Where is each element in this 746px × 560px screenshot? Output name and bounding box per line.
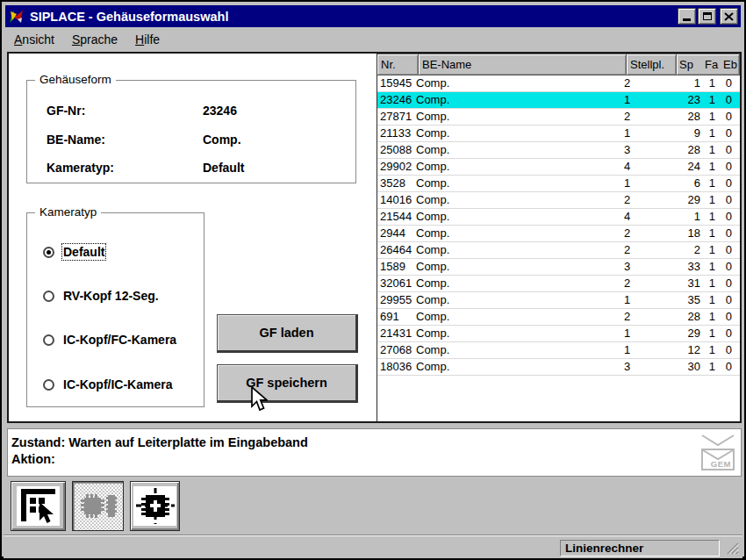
cell-stellpl: 1	[624, 176, 674, 191]
resize-grip[interactable]	[725, 541, 739, 555]
table-row[interactable]: 18036 Comp. 3 30 1 0	[377, 359, 740, 376]
gf-nr-label: GF-Nr:	[47, 104, 203, 118]
cell-stellpl: 1	[624, 92, 674, 108]
cell-fa: 1	[700, 259, 715, 275]
close-button[interactable]	[720, 8, 738, 25]
table-row[interactable]: 21544 Comp. 4 1 1 0	[377, 209, 740, 226]
radio-ic-kopf-ic[interactable]: IC-Kopf/IC-Kamera	[43, 377, 172, 391]
table-row[interactable]: 27871 Comp. 2 28 1 0	[377, 109, 740, 126]
table-row[interactable]: 32061 Comp. 2 31 1 0	[377, 276, 740, 292]
app-icon[interactable]	[8, 9, 25, 25]
cell-stellpl: 2	[624, 226, 674, 241]
cell-nr: 15945	[377, 75, 416, 91]
be-name-row: BE-Name: Comp.	[47, 133, 347, 147]
table-row[interactable]: 14016 Comp. 2 29 1 0	[377, 192, 740, 209]
cell-stellpl: 2	[624, 309, 674, 325]
minimize-button[interactable]	[678, 8, 696, 25]
cell-nr: 21544	[377, 209, 416, 225]
cell-stellpl: 1	[624, 326, 674, 341]
cell-be-name: Comp.	[416, 159, 624, 175]
cell-be-name: Comp.	[416, 326, 624, 341]
chip-pair-icon	[78, 489, 118, 524]
select-tool-button[interactable]	[11, 481, 66, 531]
cell-eb: 0	[715, 176, 732, 191]
cell-be-name: Comp.	[416, 359, 624, 375]
radio-ic-kopf-fc[interactable]: IC-Kopf/FC-Kamera	[43, 333, 176, 347]
cell-fa: 1	[700, 276, 715, 291]
be-name-label: BE-Name:	[47, 133, 203, 147]
table-row[interactable]: 21133 Comp. 1 9 1 0	[377, 126, 740, 142]
table-row[interactable]: 1589 Comp. 3 33 1 0	[377, 259, 740, 276]
gem-label: GEM	[711, 459, 731, 469]
column-header-stellpl[interactable]: Stellpl.	[627, 54, 677, 75]
table-row[interactable]: 21431 Comp. 1 29 1 0	[377, 326, 740, 342]
cell-nr: 25088	[377, 142, 416, 158]
cell-fa: 1	[700, 92, 715, 108]
close-icon	[724, 12, 734, 21]
cell-stellpl: 2	[624, 276, 674, 291]
cell-be-name: Comp.	[416, 192, 624, 208]
column-header-sp-fa-eb[interactable]: Sp Fa Eb	[677, 54, 740, 75]
main-panel: Gehäuseform GF-Nr: 23246 BE-Name: Comp. …	[7, 52, 742, 423]
cell-be-name: Comp.	[416, 259, 624, 275]
table-row[interactable]: 25088 Comp. 3 28 1 0	[377, 142, 740, 159]
gf-speichern-button[interactable]: GF speichern	[217, 364, 358, 403]
kameratyp-legend: Kameratyp	[35, 205, 101, 219]
cell-stellpl: 3	[624, 259, 674, 275]
cell-be-name: Comp.	[416, 109, 624, 125]
gehaeuseform-legend: Gehäuseform	[35, 73, 116, 86]
column-header-nr[interactable]: Nr.	[377, 54, 419, 75]
cell-stellpl: 1	[624, 292, 674, 308]
cell-sp: 31	[674, 276, 700, 291]
kameratyp-group: Kameratyp Default RV-Kopf 12-Seg. IC-Kop…	[26, 212, 204, 407]
siplace-window: SIPLACE - Gehäuseformauswahl Ansicht Spr…	[0, 0, 746, 560]
placement-tool-button[interactable]	[130, 481, 180, 531]
menu-sprache[interactable]: Sprache	[63, 30, 126, 49]
table-row[interactable]: 27068 Comp. 1 12 1 0	[377, 342, 740, 359]
table-row[interactable]: 2944 Comp. 2 18 1 0	[377, 226, 740, 242]
be-name-value: Comp.	[203, 133, 241, 147]
cell-eb: 0	[715, 326, 732, 341]
cell-stellpl: 3	[624, 359, 674, 375]
table-row[interactable]: 15945 Comp. 2 1 1 0	[377, 75, 740, 92]
cell-nr: 29955	[377, 292, 416, 308]
cell-sp: 12	[674, 342, 700, 358]
column-header-fa: Fa	[705, 58, 723, 75]
table-row[interactable]: 3528 Comp. 1 6 1 0	[377, 176, 740, 192]
radio-default[interactable]: Default	[43, 245, 104, 259]
window-title: SIPLACE - Gehäuseformauswahl	[30, 10, 676, 24]
table-body: 15945 Comp. 2 1 1 0 23246 Comp. 1 23 1 0…	[377, 75, 740, 376]
cell-nr: 27871	[377, 109, 416, 125]
table-row[interactable]: 691 Comp. 2 28 1 0	[377, 309, 740, 326]
cell-fa: 1	[700, 142, 715, 158]
maximize-button[interactable]	[698, 8, 716, 25]
cell-eb: 0	[715, 92, 732, 108]
column-header-be-name[interactable]: BE-Name	[419, 54, 627, 75]
table-row[interactable]: 26464 Comp. 2 2 1 0	[377, 242, 740, 259]
table-row[interactable]: 23246 Comp. 1 23 1 0	[377, 92, 740, 109]
title-bar: SIPLACE - Gehäuseformauswahl	[5, 5, 741, 27]
menu-hilfe[interactable]: Hilfe	[126, 30, 169, 49]
cell-sp: 23	[674, 92, 700, 108]
menu-ansicht[interactable]: Ansicht	[5, 30, 63, 49]
radio-rv-kopf[interactable]: RV-Kopf 12-Seg.	[43, 289, 159, 303]
cell-be-name: Comp.	[416, 342, 624, 358]
cell-be-name: Comp.	[416, 226, 624, 241]
cell-sp: 29	[674, 192, 700, 208]
table-row[interactable]: 29955 Comp. 1 35 1 0	[377, 292, 740, 309]
table-row[interactable]: 29902 Comp. 4 24 1 0	[377, 159, 740, 176]
cell-stellpl: 2	[624, 109, 674, 125]
chip-crosshair-icon	[133, 486, 176, 526]
cell-fa: 1	[700, 192, 715, 208]
kameratyp-value: Default	[203, 161, 244, 175]
cell-be-name: Comp.	[416, 242, 624, 258]
component-tool-button[interactable]	[72, 481, 124, 531]
cell-nr: 26464	[377, 242, 416, 258]
cell-sp: 2	[674, 242, 700, 258]
cell-fa: 1	[700, 75, 715, 91]
cell-be-name: Comp.	[416, 92, 624, 108]
gf-laden-button[interactable]: GF laden	[217, 314, 358, 353]
cell-stellpl: 2	[624, 192, 674, 208]
status-panel: Zustand: Warten auf Leiterplatte im Eing…	[7, 428, 742, 477]
cell-eb: 0	[715, 75, 732, 91]
